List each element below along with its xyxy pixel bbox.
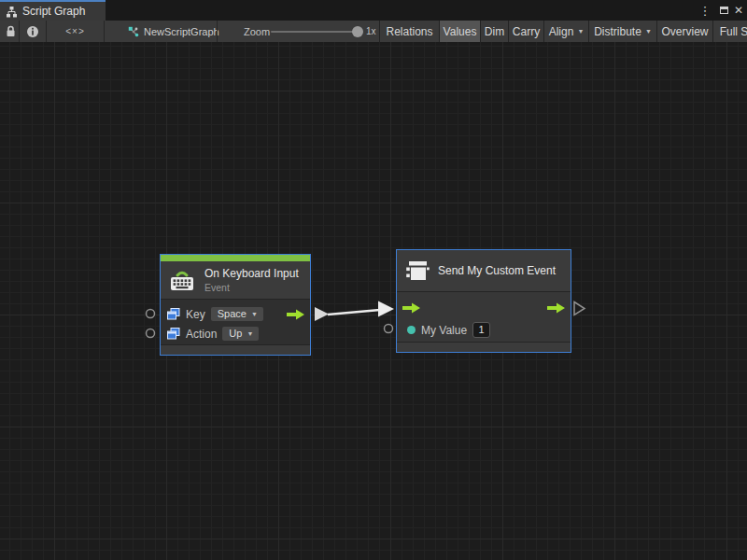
tab-bar: Script Graph ⋮ ✕	[0, 0, 747, 21]
graph-name: NewScriptGraph	[144, 26, 219, 37]
zoom-level: 1x	[366, 21, 376, 42]
node-subtitle: Event	[204, 282, 299, 293]
action-dropdown-value: Up	[229, 328, 242, 339]
toolbar-buttons: Relations Values Dim Carry Align ▼ Distr…	[379, 21, 747, 42]
relations-button[interactable]: Relations	[379, 21, 439, 42]
value-port-dot-icon[interactable]	[407, 326, 416, 334]
dim-button[interactable]: Dim	[480, 21, 508, 42]
chevron-down-icon: ▼	[247, 330, 253, 337]
keyboard-icon	[168, 268, 196, 292]
node-title: On Keyboard Input	[204, 267, 299, 280]
script-graph-icon	[6, 6, 18, 18]
node-footer	[161, 344, 310, 355]
close-button[interactable]: ✕	[731, 0, 746, 21]
carry-label: Carry	[513, 25, 540, 38]
chevron-down-icon: ▼	[251, 311, 258, 317]
distribute-button[interactable]: Distribute ▼	[588, 21, 656, 42]
zoom-slider-handle[interactable]	[352, 26, 363, 37]
node-send-my-custom-event[interactable]: Send My Custom Event My Value 1	[396, 249, 571, 353]
custom-event-icon	[404, 259, 430, 282]
align-label: Align	[549, 25, 574, 38]
tab-title: Script Graph	[22, 5, 85, 18]
script-graph-window: Script Graph ⋮ ✕ <×>	[0, 0, 747, 560]
my-value-label: My Value	[421, 324, 467, 337]
action-dropdown[interactable]: Up ▼	[222, 327, 259, 341]
key-port-row: Key Space ▼	[161, 304, 310, 324]
zoom-slider-track[interactable]	[271, 31, 354, 33]
chevron-down-icon: ▼	[577, 28, 584, 35]
graph-toolbar: <×> NewScriptGraph Zoom 1x Relations Val…	[0, 21, 747, 43]
info-button[interactable]	[20, 21, 46, 42]
flow-output-arrow-icon[interactable]	[547, 302, 566, 314]
node-header[interactable]: Send My Custom Event	[397, 250, 571, 291]
toolbar-separator	[104, 21, 105, 42]
distribute-label: Distribute	[594, 25, 641, 38]
breadcrumb[interactable]: NewScriptGraph	[127, 21, 219, 42]
node-title: Send My Custom Event	[438, 264, 556, 277]
node-header[interactable]: On Keyboard Input Event	[161, 261, 310, 299]
flow-input-arrow-icon[interactable]	[402, 302, 421, 314]
align-button[interactable]: Align ▼	[543, 21, 588, 42]
close-icon: ✕	[734, 4, 743, 17]
kebab-icon: ⋮	[699, 4, 712, 18]
flow-port-row	[397, 297, 571, 319]
overview-label: Overview	[661, 25, 708, 38]
code-icon: <×>	[65, 26, 85, 36]
dim-label: Dim	[485, 25, 504, 38]
flow-output-arrow-icon[interactable]	[287, 309, 305, 320]
values-button[interactable]: Values	[439, 21, 480, 42]
node-on-keyboard-input[interactable]: On Keyboard Input Event Key Space ▼	[160, 254, 311, 356]
event-green-bar	[161, 255, 310, 261]
lock-button[interactable]	[2, 21, 19, 42]
window-menu-button[interactable]: ⋮	[698, 0, 712, 21]
node-body: My Value 1	[397, 291, 571, 342]
info-icon	[26, 25, 39, 38]
maximize-icon	[720, 7, 728, 14]
node-footer	[397, 342, 571, 352]
action-label: Action	[186, 328, 217, 341]
enum-window-icon	[167, 308, 180, 320]
fullscreen-button[interactable]: Full S	[712, 21, 747, 42]
key-dropdown[interactable]: Space ▼	[211, 307, 263, 321]
maximize-button[interactable]	[716, 0, 731, 21]
key-dropdown-value: Space	[218, 308, 247, 319]
node-body: Key Space ▼ Action Up	[161, 299, 310, 344]
tab-script-graph[interactable]: Script Graph	[0, 0, 106, 21]
enum-window-icon	[167, 328, 180, 340]
relations-label: Relations	[386, 25, 432, 38]
chevron-down-icon: ▼	[645, 28, 652, 35]
fullscreen-label: Full S	[720, 25, 747, 38]
overview-button[interactable]: Overview	[656, 21, 712, 42]
key-label: Key	[186, 308, 205, 321]
my-value-field[interactable]: 1	[472, 322, 490, 338]
action-port-row: Action Up ▼	[161, 324, 310, 343]
graph-canvas[interactable]	[0, 42, 747, 560]
code-view-button[interactable]: <×>	[47, 21, 104, 42]
my-value-port-row: My Value 1	[397, 319, 571, 341]
toolbar-separator	[217, 21, 218, 42]
zoom-label: Zoom	[244, 21, 270, 42]
values-label: Values	[444, 25, 477, 38]
lock-icon	[6, 25, 16, 37]
carry-button[interactable]: Carry	[508, 21, 543, 42]
graph-asset-icon	[127, 25, 139, 37]
